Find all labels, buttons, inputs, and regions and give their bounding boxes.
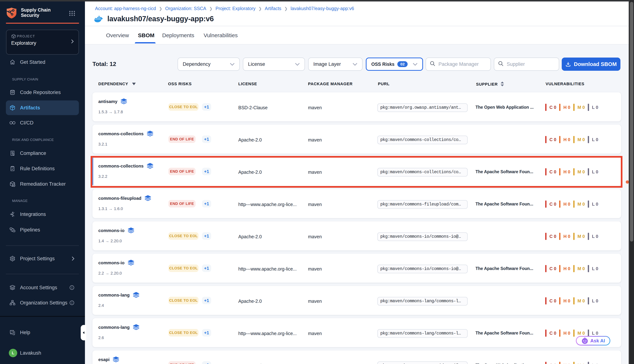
- svg-text:?: ?: [11, 330, 13, 333]
